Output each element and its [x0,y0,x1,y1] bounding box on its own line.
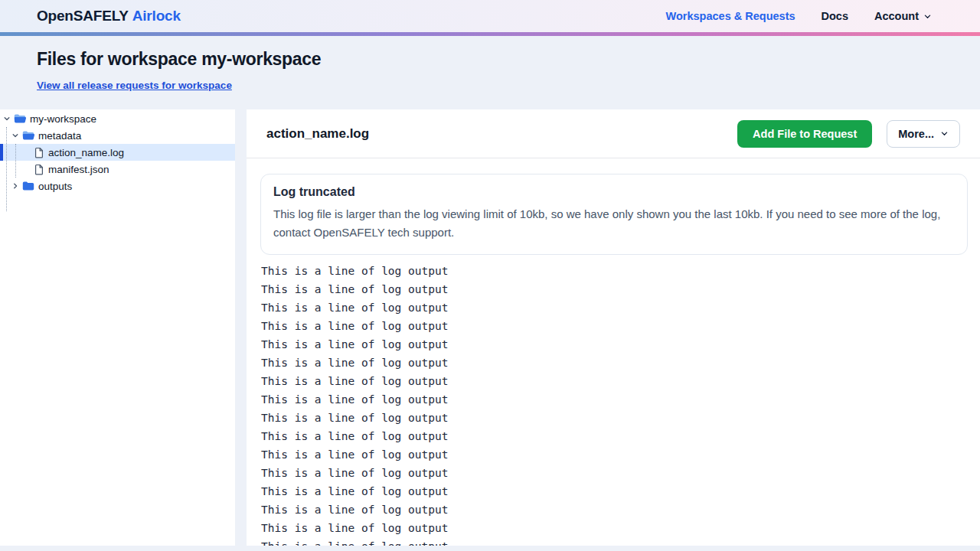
folder-closed-icon [22,181,34,191]
log-truncated-notice: Log truncated This log file is larger th… [260,174,968,255]
tree-item-action-name-log[interactable]: action_name.log [0,144,235,161]
chevron-down-icon[interactable] [2,115,11,122]
tree-item-label: my-workspace [30,113,96,125]
content-area: my-workspace metadata action_name.log ma… [0,109,980,546]
tree-item-manifest-json[interactable]: manifest.json [0,161,235,178]
brand-primary: OpenSAFELY [37,8,129,24]
page-header: Files for workspace my-workspace View al… [0,36,980,109]
tree-item-label: action_name.log [48,147,124,158]
chevron-down-icon [923,12,932,21]
log-output: This is a line of log output This is a l… [260,262,968,546]
tree-item-label: metadata [38,130,81,142]
page-title: Files for workspace my-workspace [37,49,943,70]
notice-body: This log file is larger than the log vie… [273,205,955,242]
more-menu-label: More... [898,128,934,140]
nav-link-workspaces[interactable]: Workspaces & Requests [666,10,795,22]
tree-item-metadata[interactable]: metadata [0,127,235,144]
chevron-right-icon[interactable] [11,182,19,190]
file-title: action_name.log [266,126,369,142]
tree-item-my-workspace[interactable]: my-workspace [0,110,235,127]
file-icon [34,164,44,175]
notice-title: Log truncated [273,185,955,199]
add-file-to-request-button[interactable]: Add File to Request [737,120,872,148]
nav-link-account-label: Account [874,10,919,22]
tree-item-outputs[interactable]: outputs [0,178,235,194]
tree-item-label: outputs [38,181,72,192]
tree-item-label: manifest.json [48,164,109,175]
chevron-down-icon[interactable] [11,132,19,139]
folder-open-icon [22,130,34,141]
file-view-header: action_name.log Add File to Request More… [247,109,980,158]
view-release-requests-link[interactable]: View all release requests for workspace [37,80,232,91]
folder-open-icon [14,113,26,124]
more-menu-button[interactable]: More... [887,120,960,148]
nav-link-account[interactable]: Account [874,10,932,22]
file-tree-panel: my-workspace metadata action_name.log ma… [0,109,235,546]
brand-secondary: Airlock [132,8,181,24]
file-view-panel: action_name.log Add File to Request More… [247,109,980,546]
brand-logo[interactable]: OpenSAFELYAirlock [37,8,181,24]
file-view-body: Log truncated This log file is larger th… [247,158,980,546]
chevron-down-icon [940,129,949,138]
nav-link-docs[interactable]: Docs [822,10,848,22]
file-actions: Add File to Request More... [737,120,960,148]
file-icon [34,147,44,158]
nav-links: Workspaces & Requests Docs Account [666,10,932,22]
top-nav: OpenSAFELYAirlock Workspaces & Requests … [0,0,980,32]
